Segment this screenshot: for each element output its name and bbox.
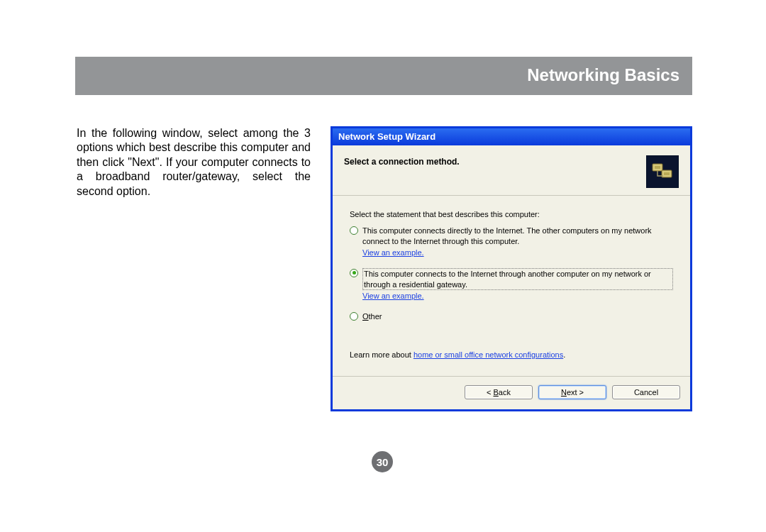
- dialog-titlebar[interactable]: Network Setup Wizard: [333, 128, 690, 145]
- learn-more-prefix: Learn more about: [350, 350, 413, 359]
- radio-unselected-icon[interactable]: [350, 226, 358, 235]
- option-label: This computer connects to the Internet t…: [364, 270, 651, 289]
- option-direct-connection[interactable]: This computer connects directly to the I…: [350, 226, 673, 267]
- learn-more-link[interactable]: home or small office network configurati…: [413, 350, 563, 359]
- option-text-wrapper: This computer connects directly to the I…: [362, 226, 673, 267]
- network-setup-wizard-dialog: Network Setup Wizard Select a connection…: [331, 126, 692, 411]
- next-button[interactable]: Next >: [538, 385, 606, 399]
- view-example-link[interactable]: View an example.: [362, 248, 424, 257]
- option-label: This computer connects directly to the I…: [362, 226, 652, 245]
- option-other-rest: ther: [369, 312, 382, 321]
- dialog-title-text: Network Setup Wizard: [338, 131, 435, 142]
- learn-more-line: Learn more about home or small office ne…: [350, 350, 673, 359]
- dialog-heading: Select a connection method.: [344, 155, 460, 167]
- option-label: Other: [362, 312, 382, 321]
- page-number-badge: 30: [372, 451, 393, 472]
- view-example-link[interactable]: View an example.: [362, 292, 424, 300]
- svg-rect-2: [664, 172, 670, 175]
- svg-rect-3: [655, 166, 660, 169]
- dialog-body: Select the statement that best describes…: [333, 196, 690, 366]
- option-label-focused: This computer connects to the Internet t…: [362, 268, 673, 291]
- learn-more-suffix: .: [563, 350, 565, 359]
- option-text-wrapper: Other: [362, 311, 673, 322]
- dialog-heading-row: Select a connection method.: [333, 145, 690, 192]
- instruction-text: In the following window, select among th…: [77, 126, 311, 199]
- back-button[interactable]: < Back: [465, 385, 533, 399]
- manual-page: Networking Basics In the following windo…: [0, 0, 766, 532]
- cancel-button[interactable]: Cancel: [612, 385, 680, 399]
- dialog-prompt: Select the statement that best describes…: [350, 210, 673, 218]
- radio-selected-icon[interactable]: [350, 269, 358, 277]
- network-devices-icon: [646, 155, 679, 188]
- option-other[interactable]: Other: [350, 311, 673, 322]
- header-band: Networking Basics: [75, 57, 692, 95]
- page-title: Networking Basics: [527, 65, 679, 85]
- dialog-button-row: < Back Next > Cancel: [333, 377, 690, 409]
- option-text-wrapper: This computer connects to the Internet t…: [362, 268, 673, 311]
- option-through-gateway[interactable]: This computer connects to the Internet t…: [350, 268, 673, 311]
- radio-unselected-icon[interactable]: [350, 312, 358, 321]
